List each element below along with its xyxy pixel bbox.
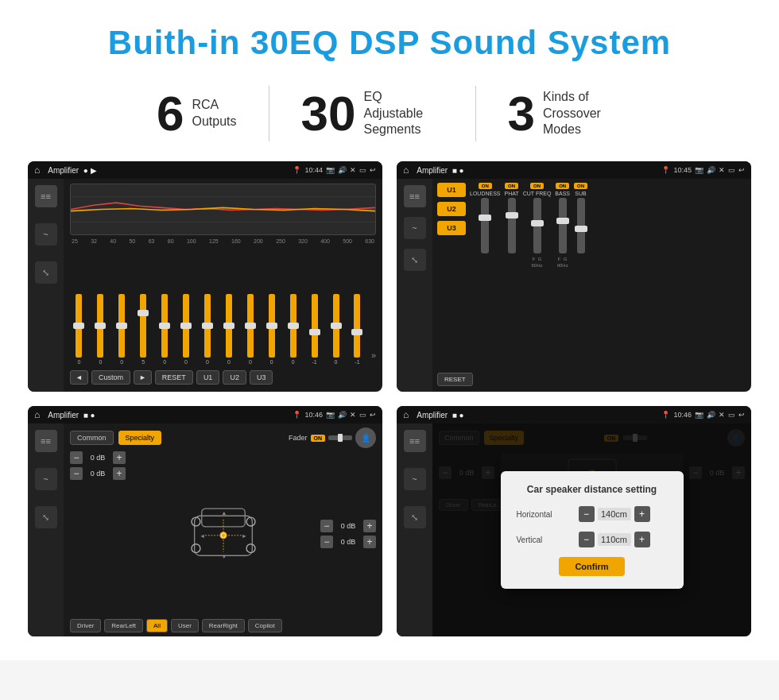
eq-expand-arrows[interactable]: »: [370, 350, 376, 360]
fader-rr-minus[interactable]: −: [320, 536, 333, 548]
eq-u1-button[interactable]: U1: [196, 370, 220, 385]
fader-status-icons: 📍 10:46 📷 🔊 ✕ ▭ ↩: [293, 411, 376, 419]
dialog-confirm-button[interactable]: Confirm: [559, 557, 624, 576]
stat-eq-number: 30: [301, 89, 356, 138]
distance-dialog-overlay: Car speaker distance setting Horizontal …: [432, 423, 751, 636]
cross-sub-on[interactable]: ON: [574, 183, 587, 189]
cross-phat-on[interactable]: ON: [505, 183, 518, 189]
fader-sidebar-icon-3[interactable]: ⤡: [35, 506, 57, 528]
eq-screen-title: Amplifier ● ▶: [45, 166, 288, 175]
fader-screen: ⌂ Amplifier ■ ● 📍 10:46 📷 🔊 ✕ ▭ ↩ ≡≡: [28, 406, 382, 636]
fader-main: Common Specialty Fader ON 👤: [64, 423, 382, 636]
distance-dialog-box: Car speaker distance setting Horizontal …: [501, 471, 684, 589]
dist-sidebar-icon-2[interactable]: ~: [404, 468, 426, 490]
cross-sliders-area: ON LOUDNESS ON PHAT: [470, 183, 746, 365]
dist-home-icon[interactable]: ⌂: [403, 409, 409, 420]
fader-rl-minus[interactable]: −: [70, 467, 83, 480]
dialog-horizontal-plus[interactable]: +: [634, 506, 650, 522]
fader-sidebar-icon-1[interactable]: ≡≡: [35, 430, 57, 452]
dialog-vertical-minus[interactable]: −: [579, 532, 595, 547]
cross-status-icons: 📍 10:45 📷 🔊 ✕ ▭ ↩: [661, 166, 745, 174]
cross-reset-button[interactable]: RESET: [437, 373, 473, 386]
dialog-vertical-plus[interactable]: +: [634, 532, 650, 547]
eq-custom-button[interactable]: Custom: [91, 370, 130, 385]
fader-home-icon[interactable]: ⌂: [34, 409, 40, 420]
dist-content: ≡≡ ~ ⤡ Common Specialty ON: [397, 423, 751, 636]
eq-prev-button[interactable]: ◄: [70, 370, 88, 385]
eq-status-bar: ⌂ Amplifier ● ▶ 📍 10:44 📷 🔊 ✕ ▭ ↩: [28, 161, 382, 179]
fader-fr-plus[interactable]: +: [363, 520, 376, 532]
cross-cutfreq-on[interactable]: ON: [530, 183, 544, 189]
fader-common-tab[interactable]: Common: [70, 431, 114, 445]
svg-text:▼: ▼: [221, 552, 227, 559]
fader-rl-value: 0 dB: [85, 470, 110, 478]
fader-rr-plus[interactable]: +: [363, 536, 376, 548]
cross-row: U1 U2 U3 ON LOUDNESS: [437, 183, 746, 365]
fader-left-col: − 0 dB + − 0 dB +: [70, 451, 126, 616]
svg-point-8: [246, 543, 255, 552]
cross-home-icon[interactable]: ⌂: [403, 164, 409, 176]
fader-copilot-btn[interactable]: Copilot: [248, 619, 282, 632]
eq-slider-10: 0: [284, 294, 302, 365]
fader-fr-minus[interactable]: −: [320, 520, 333, 532]
cross-preset-u1[interactable]: U1: [437, 183, 466, 197]
dialog-vertical-row: Vertical − 110cm +: [517, 532, 668, 547]
eq-reset-button[interactable]: RESET: [155, 370, 193, 385]
dialog-horizontal-label: Horizontal: [517, 510, 572, 519]
page-title: Buith-in 30EQ DSP Sound System: [24, 16, 755, 78]
eq-content: ≡≡ ~ ⤡: [28, 179, 382, 392]
stat-rca-number: 6: [157, 89, 184, 138]
cross-preset-u2[interactable]: U2: [437, 202, 466, 216]
fader-fl-minus[interactable]: −: [70, 451, 83, 464]
fader-db-control-fr: − 0 dB +: [320, 520, 376, 532]
eq-sidebar-icon-2[interactable]: ~: [35, 223, 57, 246]
fader-user-btn[interactable]: User: [171, 619, 199, 632]
fader-fl-plus[interactable]: +: [113, 451, 126, 464]
fader-driver-btn[interactable]: Driver: [70, 619, 101, 632]
cross-loudness-group: ON LOUDNESS: [470, 183, 501, 365]
eq-sliders-row: 0 0 0 5: [70, 247, 376, 368]
eq-home-icon[interactable]: ⌂: [34, 164, 40, 176]
fader-car-diagram: ▲ ▼ ◄ ►: [130, 451, 316, 616]
cross-sidebar-icon-2[interactable]: ~: [404, 217, 426, 239]
fader-sidebar-icon-2[interactable]: ~: [35, 468, 57, 490]
fader-label: Fader: [289, 434, 308, 442]
fader-bottom-bar: Driver RearLeft All User RearRight Copil…: [70, 619, 376, 632]
cross-loudness-on[interactable]: ON: [479, 183, 492, 189]
eq-sidebar-icon-1[interactable]: ≡≡: [35, 185, 57, 207]
fader-specialty-tab[interactable]: Specialty: [118, 431, 162, 445]
eq-slider-4: 0: [156, 294, 174, 365]
eq-freq-labels: 2532405063 80100125160200 25032040050063…: [70, 238, 376, 244]
eq-main: 2532405063 80100125160200 25032040050063…: [64, 179, 382, 392]
fader-all-btn[interactable]: All: [146, 619, 168, 632]
stats-row: 6 RCA Outputs 30 EQ Adjustable Segments …: [24, 78, 755, 161]
cross-preset-u3[interactable]: U3: [437, 221, 466, 235]
eq-slider-7: 0: [219, 294, 238, 365]
fader-status-bar: ⌂ Amplifier ■ ● 📍 10:46 📷 🔊 ✕ ▭ ↩: [28, 406, 382, 423]
dist-screen-title: Amplifier ■ ●: [413, 411, 657, 420]
eq-sidebar-icon-3[interactable]: ⤡: [35, 261, 57, 284]
fader-rearleft-btn[interactable]: RearLeft: [104, 619, 143, 632]
cross-cutfreq-group: ON CUT FREQ F G 60Hz: [523, 183, 552, 365]
eq-u3-button[interactable]: U3: [250, 370, 273, 385]
fader-body: − 0 dB + − 0 dB +: [70, 451, 376, 616]
fader-rl-plus[interactable]: +: [113, 467, 126, 480]
dialog-horizontal-stepper: − 140cm +: [579, 506, 650, 522]
fader-rearright-btn[interactable]: RearRight: [202, 619, 245, 632]
eq-slider-8: 0: [241, 294, 259, 365]
eq-slider-0: 0: [70, 294, 88, 365]
cross-bass-on[interactable]: ON: [556, 183, 569, 189]
dialog-horizontal-minus[interactable]: −: [579, 506, 595, 522]
dist-sidebar-icon-3[interactable]: ⤡: [404, 506, 426, 528]
cross-sidebar-icon-1[interactable]: ≡≡: [404, 185, 426, 207]
eq-slider-1: 0: [91, 294, 110, 365]
fader-avatar[interactable]: 👤: [355, 427, 376, 448]
fader-on-badge[interactable]: ON: [311, 435, 326, 442]
dist-status-bar: ⌂ Amplifier ■ ● 📍 10:46 📷 🔊 ✕ ▭ ↩: [397, 406, 751, 423]
fader-right-col: − 0 dB + − 0 dB +: [320, 451, 376, 616]
cross-sidebar-icon-3[interactable]: ⤡: [404, 249, 426, 271]
eq-next-button[interactable]: ►: [134, 370, 152, 385]
eq-slider-13: -1: [348, 294, 366, 365]
eq-u2-button[interactable]: U2: [223, 370, 246, 385]
dist-sidebar-icon-1[interactable]: ≡≡: [404, 430, 426, 452]
